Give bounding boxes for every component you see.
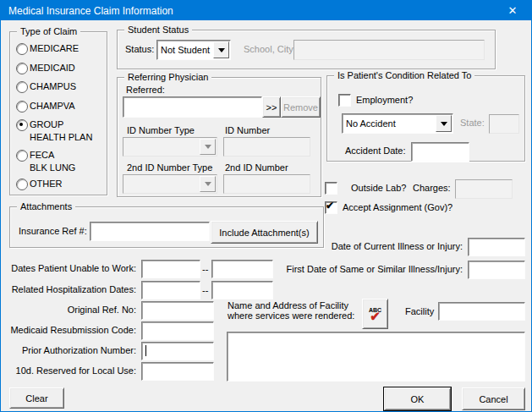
insurance-ref-label: Insurance Ref #: xyxy=(19,226,87,237)
hospitalization-end-input[interactable] xyxy=(211,281,273,299)
medicaid-resubmission-input[interactable] xyxy=(141,321,214,340)
check-icon: ✔ xyxy=(326,200,334,211)
radio-champva[interactable] xyxy=(16,101,28,113)
radio-other[interactable] xyxy=(16,179,28,190)
accident-dropdown-button[interactable] xyxy=(436,115,452,132)
referred-input[interactable] xyxy=(123,96,262,118)
include-attachments-label: Include Attachment(s) xyxy=(219,228,309,238)
window-title: Medical Insurance Claim Information xyxy=(1,5,173,17)
referred-lookup-button[interactable]: >> xyxy=(262,96,281,118)
include-attachments-button[interactable]: Include Attachment(s) xyxy=(211,221,318,244)
original-ref-input[interactable] xyxy=(141,301,214,320)
close-button[interactable]: ✕ xyxy=(498,1,527,20)
referred-lookup-label: >> xyxy=(266,102,277,113)
condition-related-legend: Is Patient's Condition Related To xyxy=(334,70,474,81)
range-separator: -- xyxy=(202,264,208,275)
ok-button[interactable]: OK xyxy=(384,387,451,410)
similar-illness-date-input[interactable] xyxy=(468,261,525,279)
accident-date-input[interactable] xyxy=(411,142,469,162)
charges-label: Charges: xyxy=(413,183,451,194)
radio-group-health-plan-label[interactable]: GROUP xyxy=(30,119,63,130)
hospitalization-start-input[interactable] xyxy=(141,281,200,299)
similar-illness-label: First Date of Same or Similar Illness/In… xyxy=(287,264,463,275)
dialog-window: Medical Insurance Claim Information ✕ Ty… xyxy=(0,0,532,412)
type-of-claim-legend: Type of Claim xyxy=(17,26,80,37)
referred-label: Referred: xyxy=(126,85,165,96)
outside-lab-checkbox[interactable] xyxy=(325,182,337,195)
current-illness-date-input[interactable] xyxy=(468,238,525,256)
accept-assignment-checkbox[interactable]: ✔ xyxy=(325,201,337,214)
school-city-input xyxy=(293,40,485,60)
radio-group-health-plan[interactable] xyxy=(16,119,28,131)
radio-medicare[interactable] xyxy=(16,43,28,55)
facility-address-textarea[interactable] xyxy=(227,332,525,382)
attachments-legend: Attachments xyxy=(17,201,75,212)
second-id-number-type-dropdown xyxy=(123,174,217,194)
referring-physician-legend: Referring Physician xyxy=(124,72,211,83)
spellcheck-button[interactable]: ABC ✔ xyxy=(362,299,388,329)
second-id-number-label: 2nd ID Number xyxy=(225,162,288,173)
state-label: State: xyxy=(460,118,485,129)
id-number-label: ID Number xyxy=(225,125,270,136)
local-use-input[interactable] xyxy=(141,362,214,381)
radio-other-label[interactable]: OTHER xyxy=(30,179,63,190)
hospitalization-label: Related Hospitalization Dates: xyxy=(12,284,136,295)
accept-assignment-label[interactable]: Accept Assignment (Gov)? xyxy=(343,202,452,213)
clear-button[interactable]: Clear xyxy=(9,387,64,409)
cancel-button-label: Cancel xyxy=(479,394,507,404)
radio-medicaid-label[interactable]: MEDICAID xyxy=(30,63,75,74)
facility-label: Facility xyxy=(405,306,434,317)
prior-authorization-input[interactable] xyxy=(141,342,214,360)
status-dropdown[interactable]: Not Student xyxy=(156,40,231,60)
radio-feca-blk-lung-label[interactable]: FECA xyxy=(30,150,54,161)
close-icon: ✕ xyxy=(508,4,518,17)
insurance-ref-input[interactable] xyxy=(90,222,210,241)
ok-button-label: OK xyxy=(411,394,425,404)
id-type-dropdown-button xyxy=(200,139,216,155)
accident-dropdown-value: No Accident xyxy=(346,118,396,129)
charges-input xyxy=(455,179,513,199)
current-illness-label: Date of Current Illness or Injury: xyxy=(332,241,463,252)
title-bar: Medical Insurance Claim Information ✕ xyxy=(1,1,531,20)
student-status-legend: Student Status xyxy=(124,25,192,36)
radio-feca-blk-lung[interactable] xyxy=(16,150,28,162)
radio-medicare-label[interactable]: MEDICARE xyxy=(30,43,79,54)
chevron-down-icon xyxy=(205,182,211,186)
original-ref-label: Original Ref. No: xyxy=(68,305,136,316)
clear-button-label: Clear xyxy=(25,393,47,404)
status-label: Status: xyxy=(125,44,154,55)
facility-address-label-line2: where services were rendered: xyxy=(228,310,354,321)
id-number-input xyxy=(223,137,310,157)
second-id-number-input xyxy=(223,174,310,194)
second-id-type-dropdown-button xyxy=(200,176,216,192)
radio-champus[interactable] xyxy=(16,81,28,93)
second-id-number-type-label: 2nd ID Number Type xyxy=(127,162,212,173)
unable-to-work-start-input[interactable] xyxy=(141,260,200,278)
remove-button: Remove xyxy=(281,96,321,118)
radio-medicaid[interactable] xyxy=(16,63,28,74)
id-number-type-label: ID Number Type xyxy=(127,125,195,136)
employment-checkbox[interactable] xyxy=(338,94,351,107)
range-separator: -- xyxy=(202,285,208,296)
radio-champva-label[interactable]: CHAMPVA xyxy=(30,101,75,112)
chevron-down-icon xyxy=(441,122,447,126)
unable-to-work-end-input[interactable] xyxy=(211,260,273,278)
school-city-label: School, City: xyxy=(244,44,296,55)
radio-champus-label[interactable]: CHAMPUS xyxy=(30,81,76,92)
outside-lab-label[interactable]: Outside Lab? xyxy=(351,183,406,194)
remove-button-label: Remove xyxy=(283,102,318,113)
accident-date-label: Accident Date: xyxy=(345,146,406,157)
status-dropdown-button[interactable] xyxy=(213,41,229,58)
chevron-down-icon xyxy=(205,145,211,149)
radio-group-health-plan-label2[interactable]: HEALTH PLAN xyxy=(30,132,92,143)
radio-feca-blk-lung-label2[interactable]: BLK LUNG xyxy=(30,162,75,173)
text-caret xyxy=(145,345,146,356)
facility-input[interactable] xyxy=(438,302,525,321)
local-use-label: 10d. Reserved for Local Use: xyxy=(16,365,136,376)
accident-dropdown[interactable]: No Accident xyxy=(342,113,453,134)
id-number-type-dropdown xyxy=(123,137,217,157)
employment-label[interactable]: Employment? xyxy=(356,95,413,106)
prior-authorization-label: Prior Authorization Number: xyxy=(22,345,136,356)
cancel-button[interactable]: Cancel xyxy=(462,387,525,410)
spellcheck-check-icon: ✔ xyxy=(370,311,381,321)
